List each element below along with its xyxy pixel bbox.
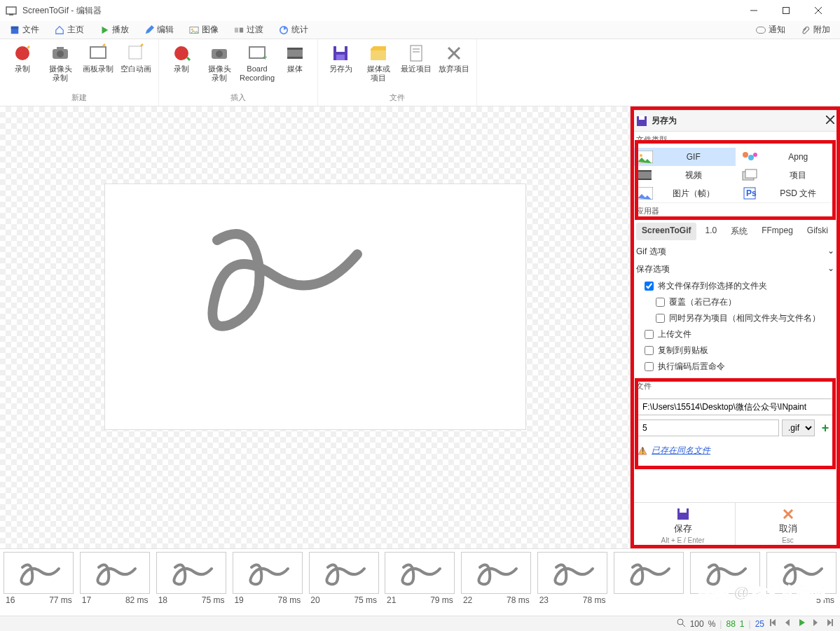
frame-item[interactable]: 2278 ms: [460, 552, 532, 605]
statusbar: 100 % | 88 1 | 25: [0, 616, 840, 631]
ribbon-save-as[interactable]: 另存为: [322, 42, 359, 84]
zoom-icon[interactable]: [676, 618, 686, 630]
gif-options[interactable]: Gif 选项⌄: [631, 243, 840, 261]
first-icon[interactable]: [769, 618, 778, 630]
chk-save-folder[interactable]: 将文件保存到你选择的文件夹: [631, 278, 840, 294]
frame-item[interactable]: 1782 ms: [79, 552, 151, 605]
chk-upload[interactable]: 上传文件: [631, 326, 840, 342]
save-options[interactable]: 保存选项⌄: [631, 261, 840, 278]
filetype-video[interactable]: 视频: [631, 166, 736, 184]
svg-text:Ps: Ps: [746, 188, 757, 198]
ribbon-insert-board[interactable]: +Board Recording: [239, 42, 275, 84]
ribbon-media-project[interactable]: 媒体或 项目: [360, 42, 397, 84]
svg-rect-25: [287, 57, 303, 59]
svg-rect-0: [6, 7, 16, 14]
svg-rect-27: [336, 46, 345, 52]
svg-point-14: [57, 50, 64, 57]
warning-exists: ! 已存在同名文件: [631, 441, 840, 461]
chevron-down-icon: ⌄: [827, 263, 834, 275]
next-icon[interactable]: [811, 618, 820, 630]
menu-notify[interactable]: 通知: [749, 22, 792, 37]
menu-transition[interactable]: 过渡: [227, 22, 270, 37]
play-icon[interactable]: [797, 618, 806, 630]
filetype-gif[interactable]: GIF: [631, 148, 736, 166]
svg-point-8: [191, 28, 193, 30]
prev-icon[interactable]: [783, 618, 792, 630]
tab-gifski[interactable]: Gifski: [801, 223, 834, 240]
ribbon-camera-record[interactable]: 摄像头 录制: [42, 42, 78, 84]
last-icon[interactable]: [825, 618, 834, 630]
window-title: ScreenToGif - 编辑器: [22, 5, 738, 17]
maximize-button[interactable]: [770, 0, 802, 21]
svg-point-43: [753, 153, 757, 157]
zoom-value: 100: [690, 619, 704, 629]
chk-overwrite[interactable]: 覆盖（若已存在）: [631, 294, 840, 310]
collapse-icon[interactable]: ︿: [829, 106, 836, 110]
menu-image[interactable]: 图像: [182, 22, 226, 37]
minimize-button[interactable]: [738, 0, 770, 21]
warning-icon: !: [638, 446, 647, 456]
tab-system[interactable]: 系统: [725, 223, 753, 240]
filetype-project[interactable]: 项目: [736, 166, 841, 184]
chk-save-project[interactable]: 同时另存为项目（相同文件夹与文件名）: [631, 310, 840, 326]
chk-postencode[interactable]: 执行编码后置命令: [631, 359, 840, 375]
save-icon: [636, 116, 647, 127]
tab-10[interactable]: 1.0: [699, 223, 722, 240]
menu-edit[interactable]: 编辑: [137, 22, 181, 37]
menu-file[interactable]: 文件: [3, 22, 46, 37]
menu-stats[interactable]: 统计: [272, 22, 315, 37]
encoder-tabs: ScreenToGif 1.0 系统 FFmpeg Gifski: [631, 219, 840, 243]
side-panel: ︿ 另存为 文件类型 GIF Apng 视频 项目 图片（帧） PsPSD 文件…: [630, 106, 840, 548]
chk-clipboard[interactable]: 复制到剪贴板: [631, 342, 840, 359]
frames-sel: 1: [740, 619, 745, 629]
ribbon-recent[interactable]: 最近项目: [398, 42, 434, 84]
filetype-psd[interactable]: PsPSD 文件: [736, 184, 841, 202]
tab-ffmpeg[interactable]: FFmpeg: [756, 223, 799, 240]
canvas-area[interactable]: [0, 106, 630, 548]
filename-input[interactable]: [638, 419, 779, 436]
menu-home[interactable]: 主页: [48, 22, 91, 37]
ribbon-board-record[interactable]: 画板录制: [80, 42, 116, 84]
svg-point-40: [640, 154, 642, 157]
ext-select[interactable]: .gif: [782, 419, 815, 436]
frame-item[interactable]: 2179 ms: [384, 552, 456, 605]
tab-screentogif[interactable]: ScreenToGif: [636, 223, 696, 240]
path-input[interactable]: [638, 398, 833, 415]
svg-point-41: [743, 152, 748, 158]
frame-item[interactable]: 2378 ms: [537, 552, 609, 605]
frame-item[interactable]: 1875 ms: [156, 552, 228, 605]
svg-point-42: [748, 155, 754, 160]
menu-play[interactable]: 播放: [92, 22, 136, 37]
ribbon-record[interactable]: 录制: [4, 42, 41, 84]
filetype-apng[interactable]: Apng: [736, 148, 841, 166]
ribbon-group-new: 录制 摄像头 录制 画板录制 空白动画 新建: [0, 39, 159, 106]
frame-item[interactable]: [613, 552, 685, 595]
ribbon-discard[interactable]: 放弃项目: [436, 42, 472, 84]
svg-point-20: [216, 50, 223, 57]
ribbon-insert-record[interactable]: 录制: [163, 42, 200, 84]
file-header: 文件: [631, 377, 840, 394]
svg-rect-54: [680, 508, 687, 513]
svg-rect-3: [783, 8, 790, 14]
close-button[interactable]: [802, 0, 834, 21]
svg-rect-24: [287, 48, 303, 50]
ribbon-insert-media[interactable]: 媒体: [277, 42, 313, 84]
filebox: .gif +: [631, 394, 840, 441]
close-panel-icon[interactable]: [826, 116, 834, 126]
frame-item[interactable]: 1677 ms: [3, 552, 75, 605]
ribbon-insert-camera[interactable]: 摄像头 录制: [201, 42, 237, 84]
frame-item[interactable]: 2075 ms: [308, 552, 380, 605]
svg-rect-46: [638, 179, 652, 180]
menu-attach[interactable]: 附加: [794, 22, 837, 37]
cancel-button[interactable]: 取消 Esc: [736, 503, 840, 548]
add-button[interactable]: +: [818, 420, 833, 436]
watermark: 头条 @老大软件园: [698, 582, 826, 603]
save-button[interactable]: 保存 Alt + E / Enter: [631, 503, 735, 548]
svg-rect-16: [90, 47, 106, 58]
canvas: [105, 184, 525, 429]
frame-item[interactable]: 1978 ms: [231, 552, 303, 605]
ribbon-blank-anim[interactable]: 空白动画: [118, 42, 154, 84]
filetype-image[interactable]: 图片（帧）: [631, 184, 736, 202]
titlebar: ScreenToGif - 编辑器: [0, 0, 840, 21]
warning-link[interactable]: 已存在同名文件: [652, 445, 710, 457]
